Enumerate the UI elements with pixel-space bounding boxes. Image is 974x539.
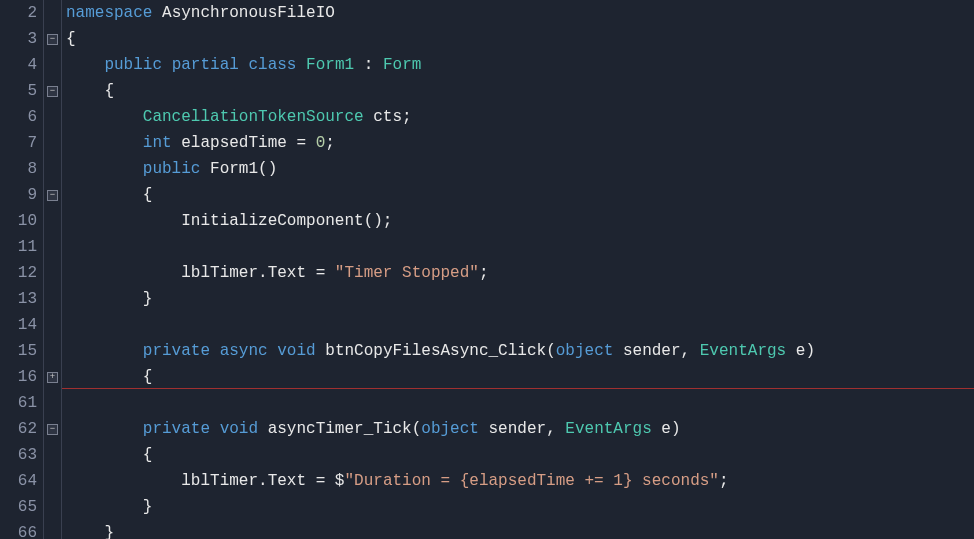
code-line: }	[66, 520, 974, 539]
line-number: 62	[0, 416, 37, 442]
code-line: {	[66, 182, 974, 208]
fold-toggle[interactable]: −	[47, 86, 58, 97]
fold-toggle[interactable]: −	[47, 424, 58, 435]
code-line: lblTimer.Text = $"Duration = {elapsedTim…	[66, 468, 974, 494]
code-line: lblTimer.Text = "Timer Stopped";	[66, 260, 974, 286]
code-line: {	[66, 442, 974, 468]
line-number: 61	[0, 390, 37, 416]
code-editor[interactable]: 2 3 4 5 6 7 8 9 10 11 12 13 14 15 16 61 …	[0, 0, 974, 539]
code-line	[66, 234, 974, 260]
line-number: 12	[0, 260, 37, 286]
code-line: InitializeComponent();	[66, 208, 974, 234]
line-number: 13	[0, 286, 37, 312]
code-line: public Form1()	[66, 156, 974, 182]
code-line: private void asyncTimer_Tick(object send…	[66, 416, 974, 442]
fold-toggle[interactable]: −	[47, 190, 58, 201]
fold-toggle-collapsed[interactable]: +	[47, 372, 58, 383]
line-number-gutter: 2 3 4 5 6 7 8 9 10 11 12 13 14 15 16 61 …	[0, 0, 44, 539]
code-line: }	[66, 494, 974, 520]
line-number: 5	[0, 78, 37, 104]
line-number: 15	[0, 338, 37, 364]
line-number: 65	[0, 494, 37, 520]
line-number: 16	[0, 364, 37, 390]
code-line: int elapsedTime = 0;	[66, 130, 974, 156]
line-number: 64	[0, 468, 37, 494]
code-content[interactable]: namespace AsynchronousFileIO { public pa…	[62, 0, 974, 539]
line-number: 9	[0, 182, 37, 208]
fold-toggle[interactable]: −	[47, 34, 58, 45]
collapsed-region-line	[62, 388, 974, 389]
line-number: 2	[0, 0, 37, 26]
line-number: 63	[0, 442, 37, 468]
code-line: private async void btnCopyFilesAsync_Cli…	[66, 338, 974, 364]
code-line	[66, 312, 974, 338]
code-line: public partial class Form1 : Form	[66, 52, 974, 78]
line-number: 10	[0, 208, 37, 234]
line-number: 3	[0, 26, 37, 52]
line-number: 11	[0, 234, 37, 260]
fold-gutter: − − − + −	[44, 0, 62, 539]
line-number: 8	[0, 156, 37, 182]
code-line: CancellationTokenSource cts;	[66, 104, 974, 130]
code-line: namespace AsynchronousFileIO	[66, 0, 974, 26]
code-line	[66, 390, 974, 416]
line-number: 66	[0, 520, 37, 539]
line-number: 14	[0, 312, 37, 338]
code-line: }	[66, 286, 974, 312]
line-number: 7	[0, 130, 37, 156]
code-line: {	[66, 364, 974, 390]
code-line: {	[66, 78, 974, 104]
code-line: {	[66, 26, 974, 52]
line-number: 6	[0, 104, 37, 130]
line-number: 4	[0, 52, 37, 78]
